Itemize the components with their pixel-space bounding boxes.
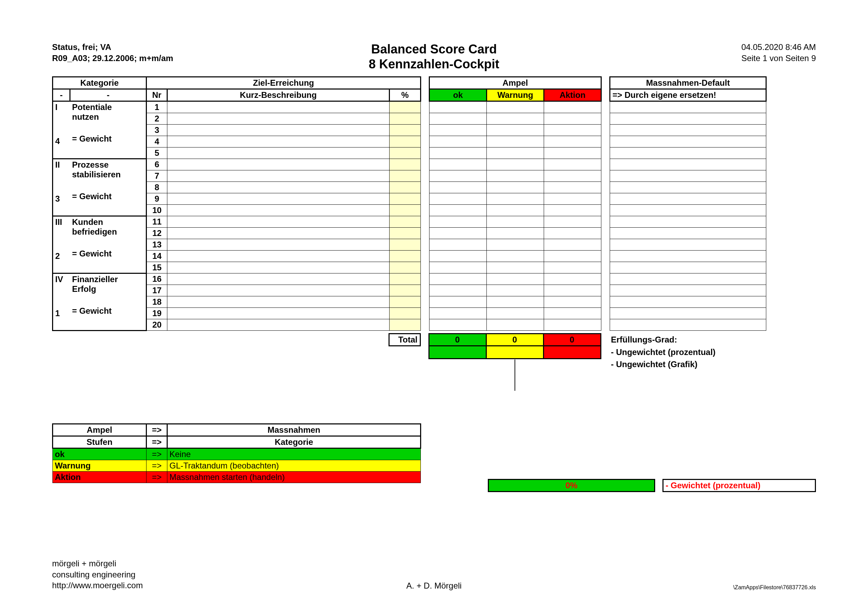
row-akt: [544, 262, 601, 274]
total-label: Total: [389, 334, 420, 346]
row-nr: 19: [147, 308, 167, 319]
row-massn: [610, 136, 766, 147]
row-akt: [544, 308, 601, 319]
legend-table: Ampel => Massnahmen Stufen => Kategorie …: [52, 423, 421, 483]
row-warn: [487, 170, 544, 182]
row-ok: [429, 147, 487, 159]
row-warn: [487, 205, 544, 216]
row-ok: [429, 239, 487, 251]
row-akt: [544, 147, 601, 159]
row-desc: [167, 147, 389, 159]
row-massn: [610, 239, 766, 251]
page-info: Seite 1 von Seiten 9: [741, 53, 816, 64]
blank-red: [543, 346, 601, 359]
legend-arrow5: =>: [147, 472, 167, 483]
legend-ok-m: Keine: [167, 449, 421, 460]
blank-yellow: [486, 346, 543, 359]
row-ok: [429, 101, 487, 113]
legend-ampel: Ampel: [53, 424, 147, 436]
row-desc: [167, 308, 389, 319]
row-akt: [544, 216, 601, 227]
row-akt: [544, 193, 601, 205]
row-nr: 9: [147, 193, 167, 205]
datetime: 04.05.2020 8:46 AM: [741, 42, 816, 53]
row-pct: [389, 182, 421, 193]
row-warn: [487, 285, 544, 296]
row-warn: [487, 296, 544, 308]
row-ok: [429, 227, 487, 239]
row-pct: [389, 319, 421, 331]
hdr-kategorie: Kategorie: [53, 77, 147, 89]
row-massn: [610, 205, 766, 216]
row-akt: [544, 125, 601, 136]
cat-label: Prozessestabilisieren= Gewicht: [70, 159, 147, 216]
row-akt: [544, 101, 601, 113]
row-pct: [389, 308, 421, 319]
row-pct: [389, 159, 421, 170]
row-akt: [544, 170, 601, 182]
stem-line: [515, 359, 515, 391]
row-pct: [389, 101, 421, 113]
legend-arrow2: =>: [147, 436, 167, 449]
row-ok: [429, 193, 487, 205]
hdr-kurz: Kurz-Beschreibung: [167, 89, 389, 101]
row-desc: [167, 262, 389, 274]
title2: 8 Kennzahlen-Cockpit: [52, 57, 816, 71]
row-nr: 14: [147, 251, 167, 262]
row-nr: 13: [147, 239, 167, 251]
total-ok: 0: [429, 334, 486, 346]
row-massn: [610, 113, 766, 125]
legend-warn-m: GL-Traktandum (beobachten): [167, 460, 421, 472]
row-massn: [610, 193, 766, 205]
row-nr: 16: [147, 274, 167, 285]
row-desc: [167, 239, 389, 251]
row-nr: 4: [147, 136, 167, 147]
erf-unweight-pct: - Ungewichtet (prozentual): [609, 346, 765, 359]
row-ok: [429, 274, 487, 285]
erf-weight-pct: - Gewichtet (prozentual): [663, 480, 815, 492]
row-pct: [389, 205, 421, 216]
row-pct: [389, 251, 421, 262]
legend-kat: Kategorie: [167, 436, 421, 449]
row-akt: [544, 205, 601, 216]
row-pct: [389, 285, 421, 296]
row-massn: [610, 274, 766, 285]
row-ok: [429, 113, 487, 125]
legend-akt-m: Massnahmen starten (handeln): [167, 472, 421, 483]
row-massn: [610, 170, 766, 182]
row-akt: [544, 182, 601, 193]
hdr-ziel: Ziel-Erreichung: [147, 77, 421, 89]
row-akt: [544, 227, 601, 239]
row-massn: [610, 319, 766, 331]
row-akt: [544, 159, 601, 170]
hdr-ampel: Ampel: [429, 77, 601, 89]
row-warn: [487, 216, 544, 227]
row-desc: [167, 159, 389, 170]
row-massn: [610, 227, 766, 239]
row-massn: [610, 159, 766, 170]
row-akt: [544, 319, 601, 331]
row-warn: [487, 239, 544, 251]
row-akt: [544, 285, 601, 296]
footer-right: \ZamApps\Filestore\76837726.xls: [733, 585, 816, 591]
row-warn: [487, 159, 544, 170]
row-desc: [167, 113, 389, 125]
cat-num: II3: [53, 159, 70, 216]
row-nr: 17: [147, 285, 167, 296]
row-desc: [167, 296, 389, 308]
row-ok: [429, 170, 487, 182]
row-massn: [610, 308, 766, 319]
row-warn: [487, 147, 544, 159]
total-table: Total 0 0 0 Erfüllungs-Grad: - Ungewicht…: [52, 333, 765, 391]
legend-massn: Massnahmen: [167, 424, 421, 436]
row-massn: [610, 216, 766, 227]
legend-arrow3: =>: [147, 449, 167, 460]
row-ok: [429, 308, 487, 319]
row-pct: [389, 262, 421, 274]
row-desc: [167, 182, 389, 193]
row-nr: 18: [147, 296, 167, 308]
row-warn: [487, 182, 544, 193]
row-ok: [429, 216, 487, 227]
header-right: 04.05.2020 8:46 AM Seite 1 von Seiten 9: [741, 42, 816, 64]
row-nr: 3: [147, 125, 167, 136]
